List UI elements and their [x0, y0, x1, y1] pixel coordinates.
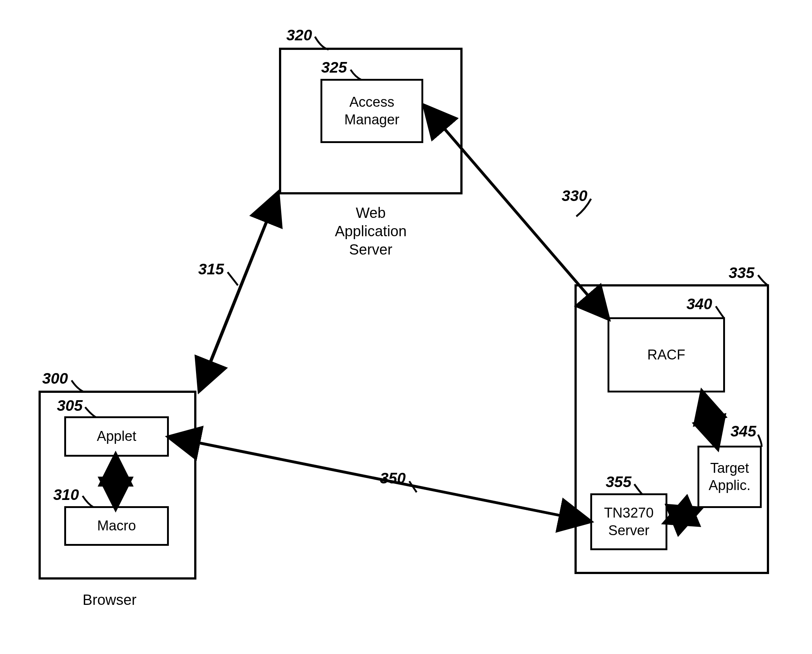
ref-355: 355	[606, 473, 631, 491]
racf-label: RACF	[647, 346, 685, 364]
svg-line-4	[172, 437, 584, 520]
target-label: Target Applic.	[708, 460, 750, 494]
macro-label: Macro	[97, 517, 136, 535]
ref-315: 315	[198, 260, 224, 278]
macro-box: Macro	[64, 506, 169, 546]
ref-350: 350	[380, 469, 406, 487]
ref-300: 300	[42, 370, 68, 387]
ref-330: 330	[562, 187, 587, 205]
ref-335: 335	[729, 264, 754, 282]
racf-box: RACF	[608, 317, 725, 393]
ref-325: 325	[321, 59, 347, 76]
browser-caption: Browser	[83, 591, 136, 609]
tn3270-box: TN3270 Server	[590, 494, 667, 550]
webapp-caption: Web Application Server	[323, 203, 418, 258]
ref-340: 340	[686, 295, 712, 313]
access-manager-label: Access Manager	[344, 93, 399, 128]
svg-line-1	[202, 197, 277, 384]
ref-305: 305	[57, 397, 83, 414]
svg-line-0	[200, 199, 275, 387]
access-manager-box: Access Manager	[320, 79, 423, 143]
tn3270-label: TN3270 Server	[604, 504, 653, 539]
ref-320: 320	[286, 26, 312, 44]
ref-310: 310	[53, 486, 79, 504]
applet-box: Applet	[64, 416, 169, 457]
applet-label: Applet	[97, 428, 136, 445]
ref-345: 345	[731, 423, 756, 440]
target-box: Target Applic.	[697, 446, 762, 508]
